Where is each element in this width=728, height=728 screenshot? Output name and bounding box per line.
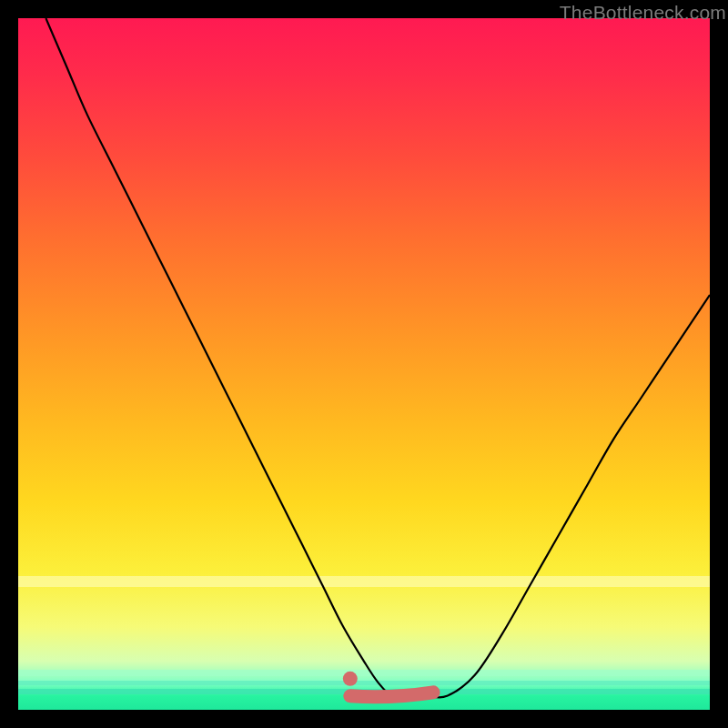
gradient-band-mint-3 bbox=[18, 689, 710, 693]
background-gradient bbox=[18, 18, 710, 710]
gradient-band-yellow bbox=[18, 576, 710, 587]
gradient-band-mint-1 bbox=[18, 670, 710, 676]
gradient-band-mint-2 bbox=[18, 681, 710, 685]
plot-frame bbox=[18, 18, 710, 710]
